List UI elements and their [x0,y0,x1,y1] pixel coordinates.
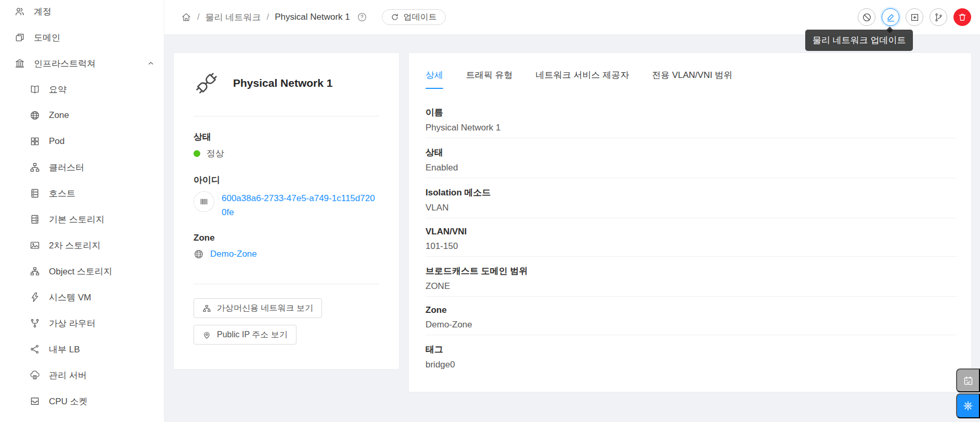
detail-label: 이름 [425,107,957,118]
divider [194,284,379,284]
edit-pencil-icon [886,12,896,22]
sidebar-item-management-servers[interactable]: 관리 서버 [0,362,164,388]
app-screen: 계정 도메인 인프라스트럭쳐 요약 Zone Pod [0,0,980,422]
branch-icon [934,12,944,22]
sidebar-item-label: 클러스터 [49,162,84,174]
sidebar-item-label: 계정 [34,6,51,18]
sidebar-item-label: 2차 스토리지 [49,240,100,252]
reload-icon [391,13,399,21]
view-guest-networks-button[interactable]: 가상머신용 네트워크 보기 [194,298,322,318]
sidebar-item-hosts[interactable]: 호스트 [0,180,164,206]
sidebar-item-primary-storage[interactable]: 기본 스토리지 [0,206,164,232]
team-icon [15,6,25,17]
breadcrumb: / 물리 네트워크 / Physical Network 1 [181,11,367,23]
detail-label: VLAN/VNI [425,227,957,237]
sidebar-item-clusters[interactable]: 클러스터 [0,154,164,180]
breadcrumb-section[interactable]: 물리 네트워크 [205,11,261,23]
breadcrumb-current: Physical Network 1 [275,12,350,22]
barcode-icon [194,191,214,212]
question-circle-icon[interactable] [357,12,367,22]
inbox-icon [30,396,40,406]
pin-icon [202,331,211,339]
sidebar-item-domains[interactable]: 도메인 [0,24,164,50]
edit-button[interactable] [882,8,899,26]
status-value: 정상 [207,148,224,160]
detail-row: 브로드캐스트 도메인 범위 ZONE [425,257,957,297]
sidebar-item-infrastructure[interactable]: 인프라스트럭쳐 [0,50,164,76]
action-buttons [858,8,971,26]
resource-id-link[interactable]: 600a38a6-2733-47e5-a749-1c115d7200fe [222,191,379,219]
globe-icon [194,249,204,259]
sidebar-item-label: CPU 소켓 [49,395,88,407]
disable-button[interactable] [858,8,875,26]
detail-value: bridge0 [425,360,957,370]
sidebar-item-label: 관리 서버 [49,370,87,381]
cluster-icon [30,162,40,173]
zone-row: Demo-Zone [194,249,379,259]
detail-label: Isolation 메소드 [425,187,957,199]
detail-value: ZONE [425,281,957,292]
sidebar-item-accounts[interactable]: 계정 [0,0,164,24]
bank-icon [15,58,25,69]
api-plug-icon [194,70,220,96]
sidebar-item-internal-lb[interactable]: 내부 LB [0,336,164,362]
globe-icon [30,110,40,121]
branch-button[interactable] [930,8,947,26]
trash-icon [958,12,967,22]
detail-label: 브로드캐스트 도메인 범위 [425,265,957,277]
sitemap-icon [30,266,40,276]
status-label: 상태 [194,131,379,143]
sidebar-item-label: 시스템 VM [49,292,91,304]
detail-row: Isolation 메소드 VLAN [425,178,957,218]
cluster-icon [202,304,211,313]
tab-network-service-providers[interactable]: 네트워크 서비스 제공자 [536,53,629,89]
detail-value: Physical Network 1 [425,123,957,133]
detail-value: Enabled [425,163,957,173]
sidebar-item-label: Object 스토리지 [49,266,112,278]
sidebar-item-summary[interactable]: 요약 [0,76,164,102]
tab-traffic-types[interactable]: 트래픽 유형 [466,53,513,89]
thunderbolt-icon [30,292,40,302]
sidebar-item-label: 기본 스토리지 [49,214,105,226]
settings-button[interactable] [956,393,980,418]
status-dot [194,150,200,157]
details-card: 상세 트래픽 유형 네트워크 서비스 제공자 전용 VLAN/VNI 범위 이름… [408,52,972,392]
block-icon [15,32,25,43]
resource-title: Physical Network 1 [233,77,332,89]
gear-icon [962,400,974,412]
delete-button[interactable] [953,8,971,26]
sidebar-item-object-storage[interactable]: Object 스토리지 [0,258,164,284]
sidebar-item-label: 요약 [49,84,67,96]
sidebar-item-virtual-routers[interactable]: 가상 라우터 [0,310,164,336]
status-row: 정상 [194,148,379,160]
zone-link[interactable]: Demo-Zone [210,249,257,259]
breadcrumb-separator: / [266,12,269,22]
detail-value: Demo-Zone [425,320,957,330]
detail-row: 태그 bridge0 [425,335,957,375]
cloud-server-icon [30,370,40,380]
sidebar-item-zones[interactable]: Zone [0,102,164,128]
view-public-ip-button[interactable]: Public IP 주소 보기 [194,325,296,345]
home-icon[interactable] [181,12,191,22]
sidebar-item-cpu-sockets[interactable]: CPU 소켓 [0,388,164,414]
sidebar-item-label: 인프라스트럭쳐 [34,58,96,70]
sidebar-item-pods[interactable]: Pod [0,128,164,154]
book-icon [30,84,40,95]
sidebar-item-secondary-storage[interactable]: 2차 스토리지 [0,232,164,258]
update-button[interactable]: 업데이트 [382,9,446,25]
tab-details[interactable]: 상세 [425,53,443,89]
detail-label: 태그 [425,344,957,355]
grid-icon [30,136,40,147]
detail-row: Zone Demo-Zone [425,297,957,335]
tab-dedicated-vlan-ranges[interactable]: 전용 VLAN/VNI 범위 [652,53,732,89]
sidebar-menu: 계정 도메인 인프라스트럭쳐 요약 Zone Pod [0,0,164,414]
picture-icon [30,240,40,250]
tabs: 상세 트래픽 유형 네트워크 서비스 제공자 전용 VLAN/VNI 범위 [425,53,957,89]
event-timeline-button[interactable] [956,368,980,392]
breadcrumb-separator: / [197,12,200,22]
detail-label: Zone [425,305,957,315]
sidebar-item-system-vms[interactable]: 시스템 VM [0,284,164,310]
detail-label: 상태 [425,147,957,159]
id-label: 아이디 [194,174,379,186]
add-button[interactable] [906,8,923,26]
